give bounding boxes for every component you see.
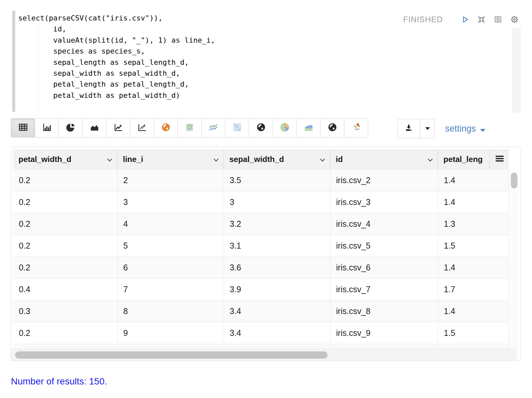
table-cell: 6 <box>118 257 224 279</box>
table-header-row: petal_width_d line_i sepal_width_d id <box>13 149 519 170</box>
paragraph-status-row: FINISHED <box>403 15 519 24</box>
table-cell <box>438 344 509 349</box>
vertical-scrollbar-thumb[interactable] <box>511 173 517 188</box>
code-line: species as species_s, <box>18 46 481 57</box>
table-cell: 3.5 <box>224 170 330 191</box>
table-row: 0.3 8 3.4 iris.csv_8 1.4 <box>13 300 519 322</box>
table-cell: iris.csv_5 <box>330 235 438 257</box>
column-menu-button[interactable] <box>490 149 509 170</box>
horizontal-scrollbar-thumb[interactable] <box>15 351 327 359</box>
table-cell <box>330 344 438 349</box>
table-icon <box>18 122 28 134</box>
viz-heatmap-button[interactable] <box>225 118 249 138</box>
table-cell: 1.7 <box>438 279 509 300</box>
code-line: valueAt(split(id, "_"), 1) as line_i, <box>18 35 481 46</box>
globe-dark-icon-2 <box>327 122 338 134</box>
column-label: line_i <box>123 155 143 164</box>
vertical-scrollbar-track <box>509 322 519 344</box>
column-header-sepal_width_d[interactable]: sepal_width_d <box>224 149 330 170</box>
viz-pie-pastel-button[interactable] <box>273 118 297 138</box>
chevron-down-icon[interactable] <box>107 155 112 164</box>
table-cell: 0.2 <box>13 213 118 235</box>
code-paragraph: select(parseCSV(cat("iris.csv")), id, va… <box>11 9 521 113</box>
code-line: sepal_width as sepal_width_d, <box>18 68 481 79</box>
globe-dark-icon <box>256 122 266 134</box>
hamburger-menu-icon <box>495 155 504 163</box>
status-badge: FINISHED <box>403 15 443 24</box>
table-cell: 0.4 <box>13 279 118 300</box>
globe-orange-icon <box>161 122 171 134</box>
viz-globe-button[interactable] <box>249 118 273 138</box>
table-cell: iris.csv_8 <box>330 300 438 322</box>
vertical-scrollbar-track <box>509 191 519 213</box>
bar-chart-icon <box>42 122 52 134</box>
viz-globe-2-button[interactable] <box>320 118 344 138</box>
table-cell: 0.2 <box>13 322 118 344</box>
viz-area-chart-button[interactable] <box>82 118 106 138</box>
table-cell: 4 <box>118 213 224 235</box>
pie-chart-icon <box>65 122 76 134</box>
caret-down-icon <box>480 124 486 135</box>
table-cell: 1.5 <box>438 322 509 344</box>
table-cell: 1.4 <box>438 170 509 191</box>
settings-toggle[interactable]: settings <box>445 123 486 135</box>
column-header-id[interactable]: id <box>330 149 438 170</box>
bubble-matrix-icon <box>184 122 195 134</box>
viz-bubble-matrix-button[interactable] <box>177 118 202 138</box>
heatmap-icon <box>232 122 243 134</box>
column-label: petal_width_d <box>19 155 71 164</box>
table-row: 0.2 3 3 iris.csv_3 1.4 <box>13 191 519 213</box>
pie-pastel-icon <box>280 122 290 134</box>
book-icon[interactable] <box>493 15 503 24</box>
viz-table-button[interactable] <box>11 118 35 138</box>
chevron-down-icon[interactable] <box>320 155 325 164</box>
table-cell: 0.3 <box>13 300 118 322</box>
column-label: id <box>336 155 343 164</box>
vertical-scrollbar[interactable] <box>509 170 519 191</box>
chevron-down-icon[interactable] <box>428 155 433 164</box>
viz-bar-chart-button[interactable] <box>35 118 59 138</box>
table-cell <box>118 344 224 349</box>
play-icon[interactable] <box>460 15 470 24</box>
chevron-down-icon[interactable] <box>213 155 219 164</box>
result-table: petal_width_d line_i sepal_width_d id <box>11 147 521 361</box>
editor-scrollbar[interactable] <box>512 28 521 113</box>
table-cell: 9 <box>118 322 224 344</box>
viz-map-button[interactable] <box>154 118 178 138</box>
download-icon <box>404 123 413 134</box>
viz-line-chart-button[interactable] <box>106 118 130 138</box>
column-header-petal_width_d[interactable]: petal_width_d <box>13 149 118 170</box>
viz-scatter-chart-button[interactable] <box>130 118 154 138</box>
table-cell: 3.4 <box>224 322 330 344</box>
caret-down-icon <box>425 126 430 132</box>
viz-multi-line-chart-button[interactable] <box>201 118 225 138</box>
code-line: sepal_length as sepal_length_d, <box>18 57 481 68</box>
table-cell: 8 <box>118 300 224 322</box>
vertical-scrollbar-track <box>509 213 519 235</box>
viz-stacked-area-button[interactable] <box>296 118 321 138</box>
column-header-line_i[interactable]: line_i <box>118 149 224 170</box>
table-cell: 5 <box>118 235 224 257</box>
viz-pie-chart-button[interactable] <box>58 118 83 138</box>
zeppelin-paragraph-page: select(parseCSV(cat("iris.csv")), id, va… <box>0 0 532 398</box>
table-cell: 1.4 <box>438 300 509 322</box>
horizontal-scrollbar[interactable] <box>11 349 517 361</box>
table-row: 0.2 5 3.1 iris.csv_5 1.5 <box>13 235 519 257</box>
shrink-icon[interactable] <box>476 15 486 24</box>
download-button[interactable] <box>397 119 420 138</box>
code-editor[interactable]: select(parseCSV(cat("iris.csv")), id, va… <box>18 13 481 101</box>
table-cell: 3 <box>118 191 224 213</box>
table-cell <box>13 344 118 349</box>
table-cell: 0.2 <box>13 235 118 257</box>
vertical-scrollbar-track <box>509 257 519 279</box>
table-cell: 1.4 <box>438 257 509 279</box>
vertical-scrollbar-track <box>509 235 519 257</box>
header-scroll-spacer <box>509 149 519 170</box>
download-options-button[interactable] <box>420 119 435 138</box>
table-cell: 1.5 <box>438 235 509 257</box>
scatter-color-icon <box>351 122 361 134</box>
viz-scatter-color-button[interactable] <box>344 118 368 138</box>
table-cell: 3.6 <box>224 257 330 279</box>
column-header-petal_length_d[interactable]: petal_leng <box>438 149 490 170</box>
gear-icon[interactable] <box>510 15 519 24</box>
